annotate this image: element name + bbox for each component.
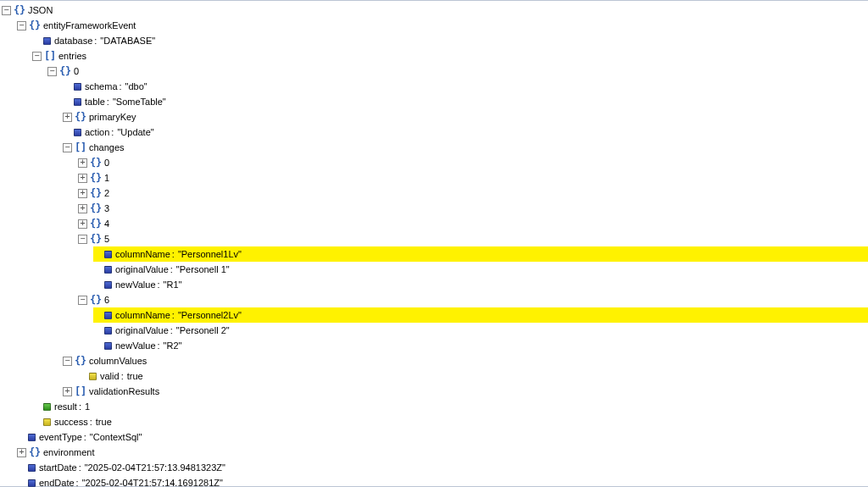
tree-root: −{}JSON−{}entityFrameworkEventdatabase:"… [2,3,868,487]
tree-row[interactable]: newValue:"R1" [93,277,868,292]
kv-separator: : [111,125,114,140]
tree-node: −{}6columnName:"Personnel2Lv"originalVal… [78,292,868,353]
expand-toggle[interactable]: − [17,21,26,30]
svg-text:}: } [96,173,101,183]
tree-row[interactable]: +{}4 [78,216,868,231]
toggle-spacer [63,97,72,107]
tree-row[interactable]: success:true [32,414,868,429]
tree-row[interactable]: originalValue:"Personell 2" [93,323,868,338]
tree-row[interactable]: columnName:"Personnel2Lv" [93,307,868,323]
tree-row[interactable]: action:"Update" [63,125,868,140]
tree-row[interactable]: database:"DATABASE" [32,33,868,48]
tree-row[interactable]: valid:true [78,368,868,384]
expand-toggle[interactable]: + [78,219,87,229]
expand-toggle[interactable]: − [63,143,72,152]
property-key: primaryKey [89,109,136,125]
expand-toggle[interactable]: − [78,235,87,244]
property-icon [104,327,112,335]
tree-row[interactable]: originalValue:"Personell 1" [93,262,868,277]
property-key: 2 [104,185,109,201]
object-icon: {} [89,158,101,168]
tree-row[interactable]: −{}JSON [2,3,868,18]
tree-node: schema:"dbo" [63,79,868,94]
tree-row[interactable]: newValue:"R2" [93,338,868,353]
tree-row[interactable]: −{}entityFrameworkEvent [17,18,868,33]
tree-row[interactable]: startDate:"2025-02-04T21:57:13.9481323Z" [17,460,868,475]
tree-node: +{}environment [17,445,868,460]
array-icon: [] [74,386,86,396]
property-icon [104,266,112,274]
tree-row[interactable]: −{}0 [47,64,868,79]
object-icon: {} [13,5,25,15]
tree-children: valid:true [63,368,868,384]
tree-row[interactable]: −[]entries [32,48,868,64]
tree-row[interactable]: −[]changes [63,140,868,155]
object-icon: {} [89,188,101,198]
property-key: database [54,33,92,48]
expand-toggle[interactable]: − [2,6,11,15]
expand-toggle[interactable]: + [63,113,72,122]
svg-text:}: } [96,158,101,168]
kv-separator: : [79,399,81,414]
tree-node: −{}columnValuesvalid:true [63,353,868,384]
kv-separator: : [172,246,175,262]
tree-row[interactable]: +{}primaryKey [63,109,868,125]
object-icon: {} [74,112,86,122]
root-label: JSON [28,3,53,18]
tree-row[interactable]: schema:"dbo" [63,79,868,94]
tree-row[interactable]: −{}5 [78,231,868,246]
property-key: newValue [115,338,156,353]
tree-row[interactable]: eventType:"ContextSql" [17,429,868,445]
property-value: "ContextSql" [90,429,142,445]
tree-children: −{}0schema:"dbo"table:"SomeTable"+{}prim… [32,64,868,399]
svg-text:}: } [96,295,101,305]
property-icon [104,342,112,350]
expand-toggle[interactable]: − [47,67,57,76]
property-key: environment [43,445,95,460]
kv-separator: : [170,262,173,277]
tree-row[interactable]: −{}columnValues [63,353,868,368]
toggle-spacer [93,265,103,274]
property-icon [28,464,36,472]
svg-text:}: } [96,203,101,213]
tree-row[interactable]: +{}environment [17,445,868,460]
expand-toggle[interactable]: + [78,204,87,213]
tree-row[interactable]: columnName:"Personnel1Lv" [93,246,868,262]
tree-node: valid:true [78,368,868,384]
tree-row[interactable]: endDate:"2025-02-04T21:57:14.1691281Z" [17,475,868,487]
tree-node: +{}2 [78,185,868,201]
property-value: "2025-02-04T21:57:14.1691281Z" [82,475,223,487]
expand-toggle[interactable]: + [78,174,87,183]
tree-row[interactable]: +{}3 [78,201,868,216]
tree-node: columnName:"Personnel1Lv" [93,246,868,262]
tree-node: columnName:"Personnel2Lv" [93,307,868,323]
property-value: "R2" [164,338,182,353]
tree-row[interactable]: +{}1 [78,170,868,185]
object-icon: {} [89,173,101,183]
expand-toggle[interactable]: − [32,52,42,61]
expand-toggle[interactable]: + [63,387,72,396]
expand-toggle[interactable]: + [78,189,87,198]
property-key: columnName [115,307,170,323]
tree-row[interactable]: −{}6 [78,292,868,307]
svg-text:}: } [81,356,86,366]
expand-toggle[interactable]: − [78,296,87,305]
tree-row[interactable]: table:"SomeTable" [63,94,868,109]
toggle-spacer [17,433,26,442]
expand-toggle[interactable]: − [63,357,72,366]
svg-text:}: } [96,188,101,198]
toggle-spacer [93,326,103,335]
tree-row[interactable]: result:1 [32,399,868,414]
tree-row[interactable]: +[]validationResults [63,384,868,399]
svg-text:}: } [35,447,40,457]
toggle-spacer [32,36,42,46]
toggle-spacer [78,372,87,381]
tree-node: −{}0schema:"dbo"table:"SomeTable"+{}prim… [47,64,868,399]
kv-separator: : [120,79,122,94]
tree-children: database:"DATABASE"−[]entries−{}0schema:… [17,33,868,429]
property-value: "DATABASE" [100,33,155,48]
expand-toggle[interactable]: + [17,448,26,457]
tree-row[interactable]: +{}0 [78,155,868,170]
tree-row[interactable]: +{}2 [78,185,868,201]
expand-toggle[interactable]: + [78,158,87,168]
